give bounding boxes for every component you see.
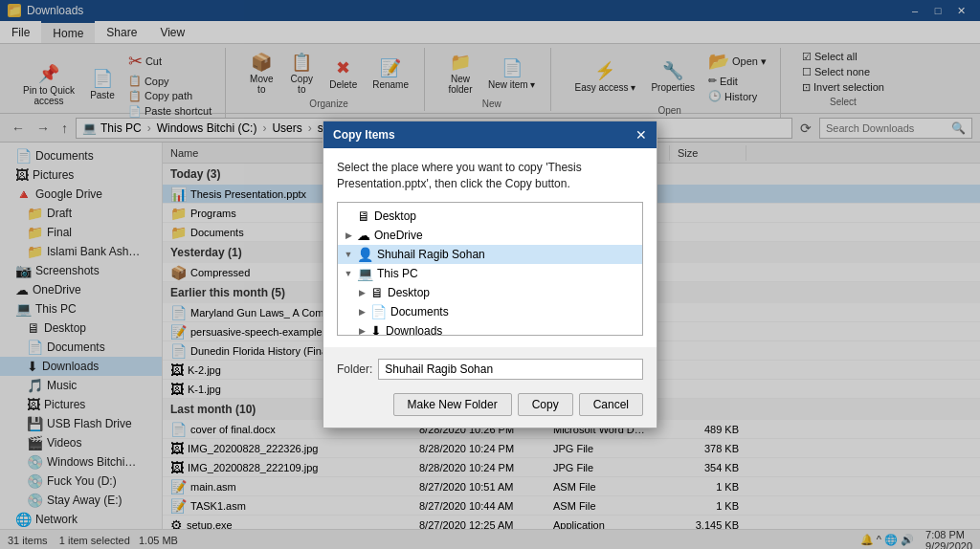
- desktop-pc-tree-icon: 🖥: [370, 285, 384, 300]
- dialog-folder-row: Folder:: [337, 355, 643, 384]
- dialog-body: Select the place where you want to copy …: [323, 148, 657, 347]
- copy-items-dialog: Copy Items ✕ Select the place where you …: [323, 121, 657, 428]
- tree-arrow: ▶: [357, 326, 367, 336]
- cancel-button-dialog[interactable]: Cancel: [579, 393, 643, 416]
- folder-input[interactable]: [378, 359, 643, 380]
- dialog-title: Copy Items: [333, 128, 395, 142]
- folder-label: Folder:: [337, 362, 372, 376]
- dialog-close-button[interactable]: ✕: [635, 127, 647, 143]
- tree-label: This PC: [377, 267, 418, 280]
- tree-item-shuhail[interactable]: ▼ 👤 Shuhail Ragib Sohan: [338, 245, 642, 264]
- copy-button-dialog[interactable]: Copy: [518, 393, 573, 416]
- tree-arrow: ▶: [344, 231, 353, 240]
- shuhail-tree-icon: 👤: [357, 247, 373, 262]
- this-pc-tree-icon: 💻: [357, 266, 373, 281]
- tree-item-desktop-pc[interactable]: ▶ 🖥 Desktop: [338, 283, 642, 302]
- desktop-tree-icon: 🖥: [357, 209, 370, 224]
- tree-label: Desktop: [388, 286, 430, 299]
- tree-item-downloads-pc[interactable]: ▶ ⬇ Downloads: [338, 321, 642, 336]
- tree-item-this-pc[interactable]: ▼ 💻 This PC: [338, 264, 642, 283]
- tree-item-onedrive[interactable]: ▶ ☁ OneDrive: [338, 226, 642, 245]
- tree-arrow: ▼: [344, 250, 353, 259]
- dialog-description: Select the place where you want to copy …: [337, 160, 643, 192]
- tree-label: Documents: [390, 305, 449, 318]
- make-new-folder-button[interactable]: Make New Folder: [393, 393, 512, 416]
- tree-label: Shuhail Ragib Sohan: [377, 248, 485, 261]
- documents-pc-tree-icon: 📄: [370, 304, 387, 319]
- tree-label: Desktop: [374, 209, 416, 223]
- tree-arrow: ▶: [357, 288, 367, 297]
- tree-label: OneDrive: [374, 229, 423, 242]
- tree-arrow: ▼: [344, 269, 353, 278]
- dialog-overlay: Copy Items ✕ Select the place where you …: [0, 0, 980, 549]
- tree-label: Downloads: [386, 324, 442, 336]
- tree-arrow: ▶: [357, 307, 367, 317]
- tree-item-documents-pc[interactable]: ▶ 📄 Documents: [338, 302, 642, 321]
- onedrive-tree-icon: ☁: [357, 228, 370, 243]
- dialog-titlebar: Copy Items ✕: [323, 121, 657, 148]
- dialog-tree[interactable]: 🖥 Desktop ▶ ☁ OneDrive ▼ 👤 Shuhail Ragib…: [337, 202, 643, 336]
- dialog-actions: Make New Folder Copy Cancel: [323, 384, 657, 428]
- downloads-pc-tree-icon: ⬇: [370, 323, 382, 336]
- tree-item-desktop[interactable]: 🖥 Desktop: [338, 207, 642, 226]
